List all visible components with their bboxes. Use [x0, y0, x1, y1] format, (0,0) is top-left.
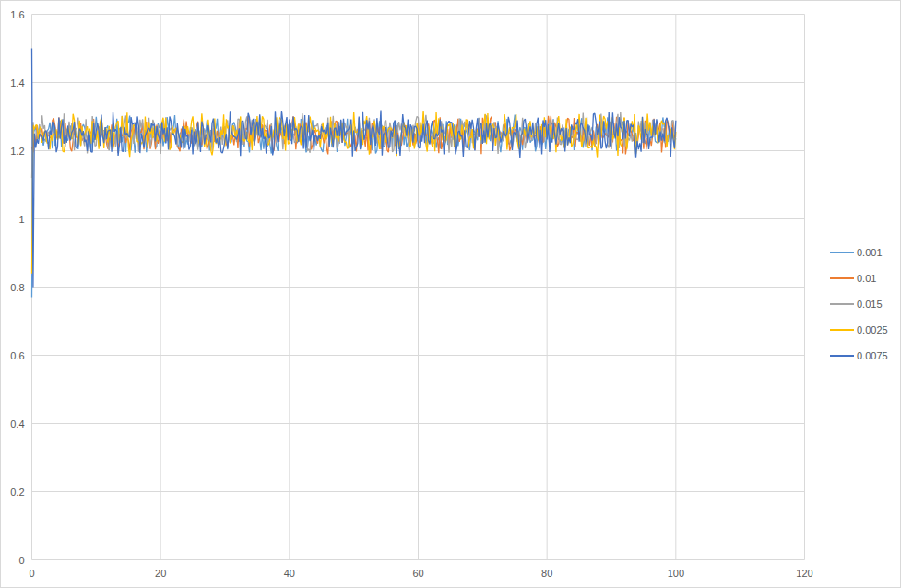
legend-label: 0.01 — [857, 273, 876, 284]
x-axis-tick-label: 120 — [796, 568, 812, 579]
x-axis-tick-label: 80 — [541, 568, 552, 579]
x-axis-tick-label: 20 — [155, 568, 166, 579]
y-axis-tick-label: 0.8 — [10, 282, 24, 293]
plot-svg: 00.20.40.60.811.21.41.6020406080100120 — [1, 1, 901, 588]
y-axis-tick-label: 0.6 — [10, 350, 24, 361]
x-axis-tick-label: 100 — [668, 568, 684, 579]
legend-line-swatch — [830, 329, 854, 331]
y-axis-tick-label: 0 — [18, 555, 24, 566]
x-axis-tick-label: 60 — [412, 568, 423, 579]
legend: 0.0010.010.0150.00250.0075 — [830, 246, 888, 361]
legend-item-0.015[interactable]: 0.015 — [830, 298, 888, 310]
legend-line-swatch — [830, 355, 854, 357]
y-axis-tick-label: 0.4 — [10, 418, 24, 429]
legend-label: 0.015 — [857, 299, 883, 310]
y-axis-tick-label: 1.4 — [10, 77, 24, 88]
y-axis-tick-label: 1 — [18, 214, 24, 225]
y-axis-tick-label: 1.6 — [10, 9, 24, 20]
legend-line-swatch — [830, 303, 854, 305]
legend-item-0.01[interactable]: 0.01 — [830, 272, 888, 284]
legend-item-0.001[interactable]: 0.001 — [830, 246, 888, 258]
legend-line-swatch — [830, 252, 854, 253]
chart-area[interactable]: 00.20.40.60.811.21.41.6020406080100120 0… — [0, 0, 901, 588]
x-axis-tick-label: 40 — [284, 568, 295, 579]
y-axis-tick-label: 1.2 — [10, 146, 24, 157]
series-line-0.0075[interactable] — [32, 49, 676, 288]
legend-label: 0.001 — [857, 247, 883, 258]
legend-label: 0.0075 — [857, 350, 888, 361]
legend-item-0.0075[interactable]: 0.0075 — [830, 349, 888, 361]
legend-label: 0.0025 — [857, 324, 888, 335]
legend-item-0.0025[interactable]: 0.0025 — [830, 323, 888, 335]
x-axis-tick-label: 0 — [29, 568, 34, 579]
y-axis-tick-label: 0.2 — [10, 487, 24, 498]
legend-line-swatch — [830, 277, 854, 279]
